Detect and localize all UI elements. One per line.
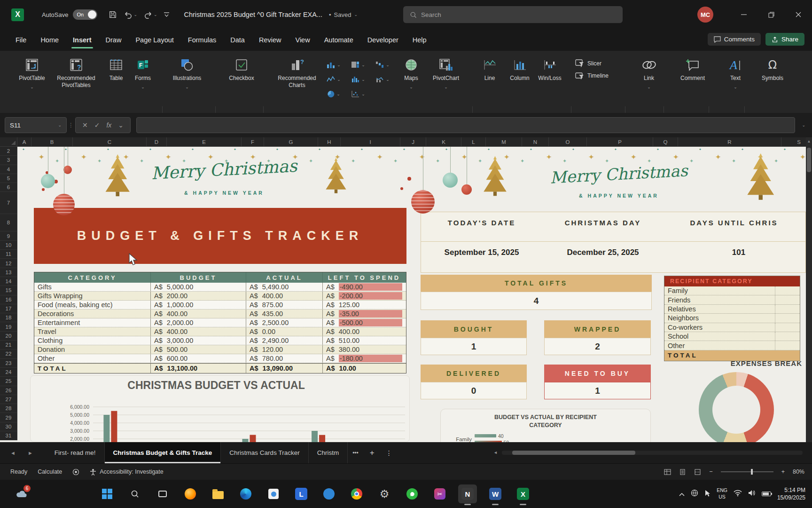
horizontal-scroll-thumb[interactable] — [512, 451, 635, 455]
vertical-scrollbar[interactable]: ▲ — [806, 137, 812, 442]
row-header-4[interactable]: 4 — [0, 165, 17, 174]
left-to-spend-cell[interactable]: A$125.00 — [323, 301, 406, 309]
column-header-E[interactable]: E — [167, 137, 242, 147]
accessibility-status[interactable]: Accessibility: Investigate — [90, 468, 163, 476]
budget-cell[interactable]: A$200.00 — [151, 292, 246, 300]
actual-cell[interactable]: A$875.00 — [246, 301, 323, 309]
row-header-10[interactable]: 10 — [0, 241, 17, 250]
minimize-button[interactable] — [730, 0, 757, 29]
left-to-spend-cell[interactable]: A$380.00 — [323, 345, 406, 354]
budget-cell[interactable]: A$500.00 — [151, 345, 246, 354]
clock[interactable]: 5:14 PM15/09/2025 — [777, 486, 805, 501]
row-header-7[interactable]: 7 — [0, 192, 17, 214]
expenses-donut-chart[interactable] — [699, 372, 774, 442]
share-button[interactable]: Share — [765, 33, 804, 46]
left-to-spend-cell[interactable]: A$-200.00 — [323, 292, 406, 300]
insert-function-icon[interactable]: fx — [103, 121, 114, 129]
select-all-corner[interactable] — [0, 137, 17, 147]
redo-dropdown-icon[interactable]: ⌄ — [154, 12, 157, 17]
ribbon-tab-data[interactable]: Data — [223, 32, 252, 48]
ribbon-tab-page-layout[interactable]: Page Layout — [128, 32, 180, 48]
taskbar-word-icon[interactable]: W — [486, 484, 505, 503]
row-header-13[interactable]: 13 — [0, 268, 17, 277]
row-header-9[interactable]: 9 — [0, 231, 17, 240]
column-header-K[interactable]: K — [426, 137, 461, 147]
taskbar-chrome-icon[interactable] — [347, 484, 366, 503]
recommended-charts-button[interactable]: ? Recommended Charts — [273, 54, 321, 89]
page-layout-view-icon[interactable] — [679, 469, 686, 475]
actual-cell[interactable]: A$5,490.00 — [246, 283, 323, 291]
enter-formula-icon[interactable]: ✓ — [92, 121, 103, 129]
column-header-J[interactable]: J — [400, 137, 426, 147]
bar-budget-4[interactable] — [242, 439, 249, 442]
insert-line-chart-button[interactable]: ⌄ — [321, 72, 346, 87]
insert-histogram-chart-button[interactable]: ⌄ — [346, 72, 370, 87]
insert-treemap-chart-button[interactable]: ⌄ — [346, 57, 370, 72]
excel-app-icon[interactable]: X — [11, 8, 24, 21]
new-sheet-button[interactable]: + — [363, 448, 381, 458]
budget-cell[interactable]: A$2,000.00 — [151, 318, 246, 327]
ribbon-tab-view[interactable]: View — [288, 32, 317, 48]
row-header-31[interactable]: 31 — [0, 431, 17, 440]
column-header-O[interactable]: O — [549, 137, 587, 147]
recipient-chart[interactable]: BUDGET VS ACTUAL BY RECIPIENT CATEGORY F… — [440, 409, 651, 442]
ribbon-tab-file[interactable]: File — [8, 32, 33, 48]
left-to-spend-cell[interactable]: A$-35.00 — [323, 310, 406, 318]
bar-budget-6[interactable] — [312, 431, 318, 442]
actual-cell[interactable]: A$780.00 — [246, 354, 323, 363]
total-left-cell[interactable]: A$10.00 — [323, 364, 406, 373]
sheet-tab-christmas-budget-gifts-tracke[interactable]: Christmas Budget & Gifts Tracke — [105, 442, 221, 463]
pen-input-icon[interactable] — [704, 490, 710, 499]
taskbar-start-icon[interactable] — [98, 484, 117, 503]
row-header-3[interactable]: 3 — [0, 156, 17, 165]
undo-dropdown-icon[interactable]: ⌄ — [133, 12, 137, 17]
taskbar-onenote-icon[interactable]: N — [458, 484, 477, 503]
zoom-slider[interactable] — [721, 471, 773, 472]
save-icon[interactable] — [107, 8, 119, 21]
row-header-27[interactable]: 27 — [0, 395, 17, 404]
actual-cell[interactable]: A$2,490.00 — [246, 336, 323, 345]
row-header-28[interactable]: 28 — [0, 404, 17, 413]
category-cell[interactable]: Food (meals, baking etc) — [34, 301, 151, 309]
formula-input[interactable] — [136, 117, 795, 133]
delivered-value[interactable]: 0 — [421, 382, 527, 399]
recipient-row-family[interactable]: Family — [664, 286, 800, 295]
save-status[interactable]: • Saved ⌄ — [329, 11, 358, 18]
budget-row-clothing[interactable]: ClothingA$3,000.00A$2,490.00A$510.00 — [34, 336, 406, 345]
taskbar-settings-icon[interactable]: ⚙ — [375, 484, 394, 503]
comment-button[interactable]: Comment — [671, 54, 714, 82]
text-button[interactable]: A Text ⌄ — [719, 54, 752, 90]
row-header-17[interactable]: 17 — [0, 304, 17, 313]
wrapped-value[interactable]: 2 — [544, 338, 651, 355]
column-header-B[interactable]: B — [31, 137, 73, 147]
ribbon-tab-review[interactable]: Review — [252, 32, 289, 48]
mini-bar-budget[interactable] — [475, 434, 496, 437]
document-title[interactable]: Christmas 2025 Budget ^0 Gift Tracker EX… — [184, 11, 322, 18]
taskbar-file-explorer-icon[interactable] — [209, 484, 227, 503]
symbols-button[interactable]: Ω Symbols — [755, 54, 790, 82]
row-header-20[interactable]: 20 — [0, 332, 17, 341]
budget-cell[interactable]: A$400.00 — [151, 327, 246, 336]
budget-row-travel[interactable]: TravelA$400.00A$0.00A$400.00 — [34, 327, 406, 336]
taskbar-snipping-tool-icon[interactable]: ✂ — [430, 484, 449, 503]
left-to-spend-cell[interactable]: A$-500.00 — [323, 318, 406, 327]
category-cell[interactable]: Gifts — [34, 283, 151, 291]
row-header-5[interactable]: 5 — [0, 174, 17, 183]
row-header-2[interactable]: 2 — [0, 147, 17, 156]
recommended-pivottables-button[interactable]: ? Recommended PivotTables — [50, 54, 102, 89]
vertical-scroll-thumb[interactable] — [807, 148, 811, 172]
recipient-row-friends[interactable]: Friends — [664, 295, 800, 304]
undo-button[interactable]: ⌄ — [122, 9, 139, 21]
column-header-P[interactable]: P — [587, 137, 653, 147]
forms-button[interactable]: F Forms ⌄ — [130, 54, 156, 90]
taskbar-firefox-icon[interactable] — [181, 484, 200, 503]
hidden-icons-chevron[interactable] — [679, 490, 685, 498]
comments-button[interactable]: Comments — [708, 33, 761, 46]
budget-cell[interactable]: A$1,000.00 — [151, 301, 246, 309]
avatar[interactable]: MC — [697, 7, 713, 23]
recipient-row-school[interactable]: School — [664, 332, 800, 341]
horizontal-scrollbar[interactable] — [502, 451, 803, 455]
normal-view-icon[interactable] — [664, 469, 671, 475]
budget-cell[interactable]: A$600.00 — [151, 354, 246, 363]
actual-cell[interactable]: A$0.00 — [246, 327, 323, 336]
